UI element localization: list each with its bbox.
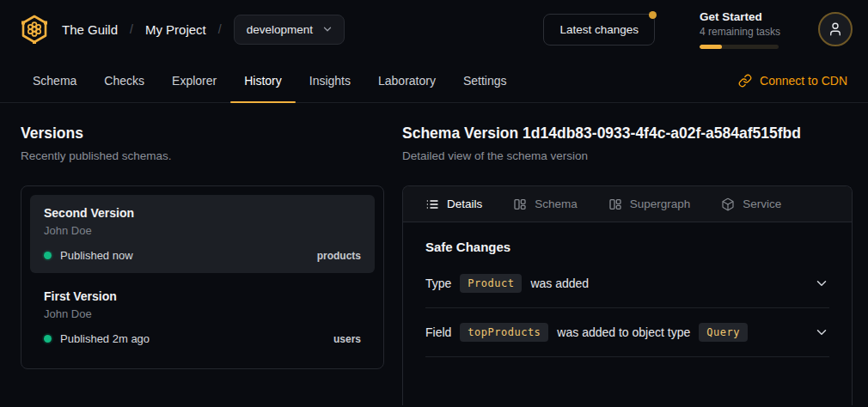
change-row[interactable]: Type Product was added — [425, 259, 829, 308]
versions-list: Second Version John Doe Published now pr… — [21, 185, 384, 369]
version-detail-title: Schema Version 1d14db83-0933-4f4c-a02f-a… — [402, 122, 853, 144]
version-service: products — [317, 250, 361, 262]
notification-dot — [649, 11, 657, 19]
latest-changes-label: Latest changes — [559, 23, 639, 36]
change-text: Type — [425, 276, 451, 290]
breadcrumb-separator: / — [218, 22, 222, 36]
link-icon — [738, 74, 752, 88]
versions-title: Versions — [21, 122, 384, 144]
target-select[interactable]: development — [234, 15, 345, 45]
main-content: Versions Recently published schemas. Sec… — [0, 103, 868, 407]
safe-changes-title: Safe Changes — [425, 240, 829, 254]
change-code-badge: Query — [699, 323, 748, 342]
change-text: was added to object type — [557, 325, 690, 339]
tab-insights[interactable]: Insights — [296, 58, 364, 102]
tab-history[interactable]: History — [230, 58, 296, 102]
version-author: John Doe — [44, 307, 361, 321]
breadcrumb: The Guild / My Project / development — [19, 14, 345, 45]
tab-service[interactable]: Service — [721, 197, 781, 211]
detail-tab-bar: Details Schema Supergraph — [403, 186, 852, 222]
list-icon — [425, 197, 439, 211]
version-service: users — [333, 333, 361, 345]
avatar[interactable] — [818, 12, 853, 46]
progress-bar — [700, 45, 779, 49]
version-status: Published 2m ago — [60, 332, 150, 345]
chevron-down-icon[interactable] — [814, 276, 829, 291]
breadcrumb-separator: / — [130, 22, 133, 36]
chevron-down-icon — [321, 23, 333, 35]
tab-label: Details — [447, 197, 482, 210]
columns-icon — [608, 197, 622, 211]
box-icon — [721, 197, 735, 211]
version-detail-subtitle: Detailed view of the schema version — [402, 149, 853, 162]
change-text: Field — [425, 325, 451, 339]
version-list-item[interactable]: First Version John Doe Published 2m ago … — [30, 278, 375, 356]
project-name[interactable]: My Project — [145, 22, 206, 37]
tab-explorer[interactable]: Explorer — [158, 58, 230, 102]
chevron-down-icon[interactable] — [814, 325, 829, 340]
version-detail-section: Schema Version 1d14db83-0933-4f4c-a02f-a… — [402, 122, 853, 407]
get-started-subtitle: 4 remaining tasks — [700, 26, 779, 38]
connect-cdn-label: Connect to CDN — [760, 74, 847, 88]
get-started-title: Get Started — [700, 10, 779, 23]
version-name: Second Version — [44, 206, 361, 221]
connect-cdn-link[interactable]: Connect to CDN — [738, 58, 847, 102]
version-status: Published now — [60, 249, 133, 262]
tab-settings[interactable]: Settings — [449, 58, 521, 102]
progress-bar-fill — [700, 45, 722, 49]
tab-label: Service — [743, 197, 781, 210]
tab-schema[interactable]: Schema — [19, 58, 90, 102]
tab-schema-view[interactable]: Schema — [513, 197, 578, 211]
header: The Guild / My Project / development Lat… — [0, 0, 868, 58]
tab-label: Supergraph — [630, 197, 691, 210]
user-icon — [828, 21, 843, 37]
change-code-badge: topProducts — [460, 323, 548, 342]
versions-subtitle: Recently published schemas. — [21, 149, 384, 162]
version-meta: Published 2m ago users — [44, 332, 361, 345]
target-select-value: development — [247, 23, 313, 36]
latest-changes-button[interactable]: Latest changes — [543, 14, 655, 46]
app-root: The Guild / My Project / development Lat… — [0, 0, 868, 407]
version-detail-panel: Details Schema Supergraph — [402, 185, 853, 405]
guild-hive-logo-icon[interactable] — [19, 14, 50, 45]
tab-checks[interactable]: Checks — [90, 58, 158, 102]
version-meta: Published now products — [44, 249, 361, 262]
tab-supergraph[interactable]: Supergraph — [608, 197, 691, 211]
change-code-badge: Product — [460, 274, 522, 293]
change-text: was added — [530, 276, 589, 290]
published-status-dot — [44, 335, 52, 343]
header-actions: Latest changes Get Started 4 remaining t… — [543, 10, 853, 49]
published-status-dot — [44, 252, 52, 259]
tab-label: Schema — [535, 197, 578, 210]
org-name[interactable]: The Guild — [62, 22, 118, 37]
target-nav: Schema Checks Explorer History Insights … — [0, 58, 868, 103]
tab-laboratory[interactable]: Laboratory — [364, 58, 449, 102]
versions-section: Versions Recently published schemas. Sec… — [21, 122, 384, 407]
version-list-item[interactable]: Second Version John Doe Published now pr… — [30, 195, 375, 273]
version-author: John Doe — [44, 223, 361, 238]
tab-details[interactable]: Details — [425, 197, 482, 211]
columns-icon — [513, 197, 527, 211]
change-row[interactable]: Field topProducts was added to object ty… — [425, 308, 829, 357]
detail-tab-content: Safe Changes Type Product was added Fiel… — [403, 222, 852, 357]
version-name: First Version — [44, 289, 361, 304]
get-started-widget[interactable]: Get Started 4 remaining tasks — [700, 10, 779, 49]
